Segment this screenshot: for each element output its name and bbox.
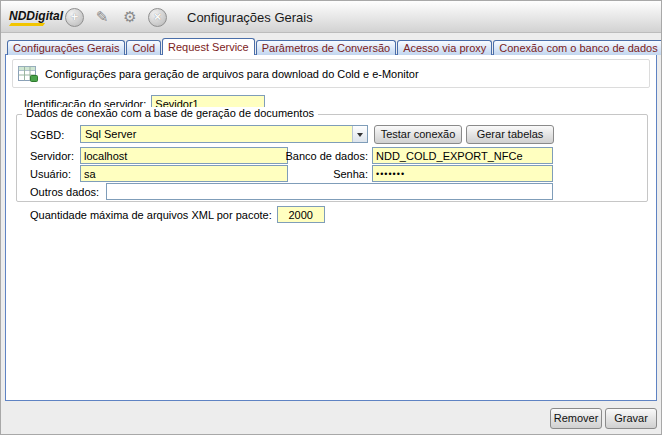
tab-configuracoes-gerais[interactable]: Configurações Gerais — [7, 40, 125, 55]
user-label: Usuário: — [30, 168, 71, 180]
panel-header: Configurações para geração de arquivos p… — [12, 59, 650, 88]
password-input[interactable] — [372, 165, 553, 182]
sgbd-combobox[interactable]: Sql Server — [80, 125, 368, 143]
top-toolbar: NDDigital + ✎ ⚙ × Configurações Gerais — [1, 1, 661, 33]
other-data-label: Outros dados: — [30, 186, 99, 198]
connection-group-title: Dados de conexão com a base de geração d… — [22, 107, 318, 119]
table-icon — [17, 64, 39, 86]
save-button[interactable]: Gravar — [605, 408, 657, 429]
add-icon[interactable]: + — [65, 8, 84, 27]
max-xml-label: Quantidade máxima de arquivos XML por pa… — [30, 209, 272, 221]
user-input[interactable] — [80, 165, 288, 182]
password-label: Senha: — [282, 168, 368, 180]
sgbd-label: SGBD: — [30, 129, 64, 141]
remove-button[interactable]: Remover — [550, 408, 602, 429]
generate-tables-button[interactable]: Gerar tabelas — [466, 125, 554, 144]
tab-cold[interactable]: Cold — [126, 40, 161, 55]
database-input[interactable] — [372, 147, 553, 164]
app-window: NDDigital + ✎ ⚙ × Configurações Gerais C… — [0, 0, 662, 435]
database-label: Banco de dados: — [282, 150, 368, 162]
max-xml-input[interactable] — [277, 206, 325, 223]
tab-request-service[interactable]: Request Service — [162, 38, 255, 55]
request-service-panel: Configurações para geração de arquivos p… — [5, 54, 657, 401]
test-connection-button[interactable]: Testar conexão — [374, 125, 462, 144]
max-xml-row: Quantidade máxima de arquivos XML por pa… — [30, 206, 325, 223]
toolbar-icon-group: + ✎ ⚙ × — [65, 7, 167, 27]
server-label: Servidor: — [30, 150, 74, 162]
sgbd-selected-value: Sql Server — [85, 128, 136, 140]
edit-pencil-icon[interactable]: ✎ — [92, 7, 112, 27]
tab-conexao-banco-de-dados[interactable]: Conexão com o banco de dados — [493, 40, 661, 55]
other-data-input[interactable] — [106, 183, 553, 200]
page-title: Configurações Gerais — [187, 10, 313, 25]
nddigital-logo: NDDigital — [9, 9, 63, 23]
close-icon[interactable]: × — [148, 8, 167, 27]
panel-description: Configurações para geração de arquivos p… — [45, 68, 419, 80]
tab-parametros-de-conversao[interactable]: Parâmetros de Conversão — [256, 40, 396, 55]
tab-strip: Configurações Gerais Cold Request Servic… — [7, 37, 661, 55]
gear-icon[interactable]: ⚙ — [120, 7, 140, 27]
chevron-down-icon[interactable] — [352, 126, 367, 142]
server-input[interactable] — [80, 147, 288, 164]
tab-acesso-via-proxy[interactable]: Acesso via proxy — [397, 40, 492, 55]
